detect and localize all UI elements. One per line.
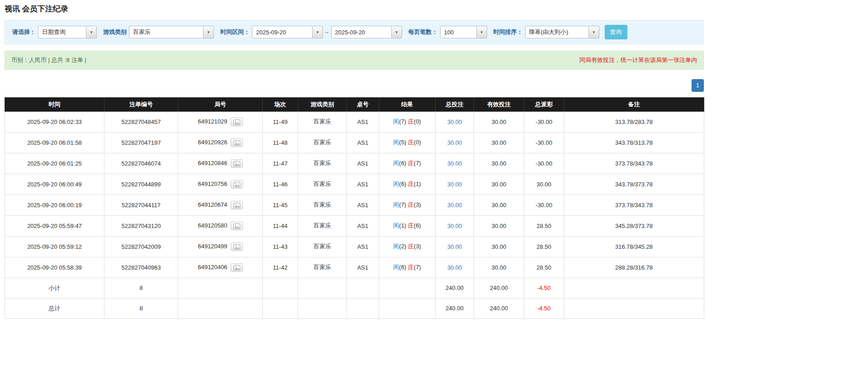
view-cards-button[interactable] [231,118,243,126]
total-bet-link[interactable]: 30.00 [447,119,462,125]
total-label: 总计 [5,298,104,318]
cell-game-type: 百家乐 [298,236,347,257]
view-cards-button[interactable] [231,242,243,251]
result-banker-score: (7) [414,264,421,270]
result-player-label: 闲 [393,139,399,146]
view-cards-button[interactable] [231,138,243,147]
cell-session: 11-48 [263,132,298,153]
cell-valid-bet: 30.00 [474,194,524,215]
cell-session: 11-43 [263,236,298,257]
image-icon [233,182,240,187]
cell-session: 11-49 [263,111,298,132]
result-player-score: (6) [399,180,406,187]
total-bet-link[interactable]: 30.00 [447,181,462,188]
cell-table-no: AS1 [347,215,379,236]
round-id-text: 649120846 [198,160,227,166]
col-header-payout: 总派彩 [524,97,564,111]
total-bet-link[interactable]: 30.00 [447,202,462,209]
cell-valid-bet: 30.00 [474,236,524,257]
select-type-label: 请选择： [12,28,36,36]
chevron-down-icon[interactable]: ▼ [312,26,323,38]
table-row: 2025-09-20 06:00:19 522827044117 6491206… [5,194,704,215]
col-header-valid-bet: 有效投注 [474,97,524,111]
cell-bet-id: 522827047197 [104,132,178,153]
view-cards-button[interactable] [231,159,243,168]
page-size-dropdown[interactable]: 100 ▼ [440,26,487,38]
image-icon [233,119,240,125]
view-cards-button[interactable] [231,263,243,272]
table-header: 时间 注单编号 局号 场次 游戏类别 桌号 结果 总投注 有效投注 总派彩 备注 [5,97,704,111]
total-bet-link[interactable]: 30.00 [447,243,462,250]
cell-remark: 343.78/373.78 [564,174,704,194]
search-button[interactable]: 查询 [605,25,627,39]
result-banker-label: 庄 [408,118,414,125]
round-id-text: 649121029 [198,118,227,125]
cell-payout: -30.00 [524,153,564,174]
page-1-button[interactable]: 1 [692,79,704,92]
game-type-value: 百家乐 [129,26,203,38]
cell-total-bet: 30.00 [436,153,474,174]
cell-remark: 345.28/373.78 [564,215,704,236]
page-container: 视讯 会员下注纪录 请选择： 日期查询 ▼ 游戏类别 百家乐 ▼ 时间区间： 2… [0,0,708,370]
col-header-remark: 备注 [564,97,704,111]
view-cards-button[interactable] [231,222,243,230]
cell-game-type: 百家乐 [298,174,347,194]
view-cards-button[interactable] [231,201,243,209]
sort-order-dropdown[interactable]: 降幂(由大到小) ▼ [525,26,599,38]
date-from-dropdown[interactable]: 2025-09-20 ▼ [252,26,323,38]
cell-game-type: 百家乐 [298,111,347,132]
cell-remark: 373.78/343.78 [564,194,704,215]
col-header-result: 结果 [379,97,436,111]
game-type-dropdown[interactable]: 百家乐 ▼ [129,26,214,38]
time-range-label: 时间区间： [220,28,250,36]
cell-total-bet: 30.00 [436,132,474,153]
total-bet-link[interactable]: 30.00 [447,160,462,167]
cell-result: 闲(1) 庄(6) [379,215,436,236]
result-banker-label: 庄 [408,222,414,229]
cell-session: 11-42 [263,257,298,278]
result-banker-score: (1) [414,180,421,187]
cell-round-id: 649120926 [178,132,263,153]
table-row: 2025-09-20 05:59:47 522827043120 6491205… [5,215,704,236]
view-cards-button[interactable] [231,180,243,189]
result-banker-label: 庄 [408,180,414,187]
cell-bet-id: 522827040963 [104,257,178,278]
round-id-text: 649120926 [198,139,227,146]
image-icon [233,203,240,208]
chevron-down-icon[interactable]: ▼ [86,26,96,38]
cell-table-no: AS1 [347,111,379,132]
chevron-down-icon[interactable]: ▼ [391,26,402,38]
col-header-round-id: 局号 [178,97,263,111]
chevron-down-icon[interactable]: ▼ [203,26,213,38]
result-banker-score: (3) [414,243,421,250]
table-body: 2025-09-20 06:02:33 522827048457 6491210… [5,111,704,278]
cell-table-no: AS1 [347,174,379,194]
total-payout: -4.50 [524,298,564,318]
query-type-dropdown[interactable]: 日期查询 ▼ [38,26,97,38]
col-header-total-bet: 总投注 [436,97,474,111]
bet-records-table: 时间 注单编号 局号 场次 游戏类别 桌号 结果 总投注 有效投注 总派彩 备注… [5,97,704,319]
summary-bar: 币别：人民币 | 总共 :8 注单 | 同局有效投注，统一计算在该局第一张注单内 [5,51,704,70]
total-bet-link[interactable]: 30.00 [447,223,462,229]
cell-valid-bet: 30.00 [474,153,524,174]
cell-remark: 343.78/313.78 [564,132,704,153]
cell-time: 2025-09-20 06:00:49 [5,174,104,194]
chevron-down-icon[interactable]: ▼ [588,26,599,38]
image-icon [233,265,240,270]
cell-time: 2025-09-20 06:01:58 [5,132,104,153]
round-id-text: 649120756 [198,180,227,187]
chevron-down-icon[interactable]: ▼ [476,26,487,38]
cell-result: 闲(7) 庄(3) [379,194,436,215]
cell-total-bet: 30.00 [436,194,474,215]
total-bet-link[interactable]: 30.00 [447,139,462,146]
result-player-score: (5) [399,139,406,146]
pagination-top: 1 [5,79,704,92]
cell-valid-bet: 30.00 [474,174,524,194]
date-to-dropdown[interactable]: 2025-09-20 ▼ [331,26,402,38]
total-bet-link[interactable]: 30.00 [447,264,462,271]
image-icon [233,223,240,229]
result-banker-label: 庄 [408,243,414,250]
cell-bet-id: 522827044117 [104,194,178,215]
result-banker-score: (7) [414,160,421,166]
total-total-bet: 240.00 [436,298,474,318]
